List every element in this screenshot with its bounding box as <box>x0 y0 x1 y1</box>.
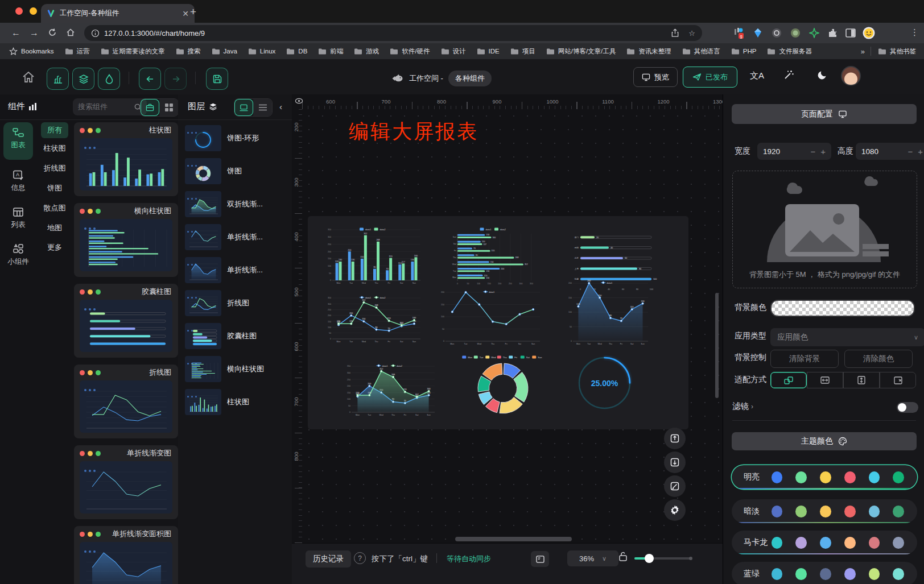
grid-view-button[interactable] <box>159 99 178 116</box>
width-stepper[interactable]: 1920 − + <box>757 143 831 160</box>
theme-color-dot[interactable] <box>795 471 807 483</box>
bookmark-folder[interactable]: 项目 <box>510 47 535 56</box>
fit-fullscreen-button[interactable] <box>880 372 916 388</box>
clear-color-button[interactable]: 清除颜色 <box>844 350 913 368</box>
user-avatar[interactable] <box>841 66 861 86</box>
canvas-title-text[interactable]: 编辑大屏报表 <box>349 118 478 145</box>
save-button[interactable] <box>206 68 228 90</box>
canvas-line-chart[interactable]: 050100150200250300350MonTueWedThuFriSatS… <box>324 295 424 345</box>
profile-avatar-emoji[interactable] <box>863 27 873 37</box>
layer-item[interactable]: 单折线渐... <box>185 256 287 284</box>
theme-color-dot[interactable] <box>820 506 831 517</box>
bookmark-folder[interactable]: 近期需要读的文章 <box>101 47 165 56</box>
component-card[interactable]: 单折线渐变面积图 <box>74 526 178 584</box>
fit-scale-button[interactable] <box>770 372 807 388</box>
layers-tool-button[interactable] <box>72 68 94 90</box>
extension-dark-circle-icon[interactable] <box>772 28 782 38</box>
theme-row-2[interactable]: 暗淡 <box>732 499 917 523</box>
canvas-bar-chart[interactable]: 050100150200250300350MonTueWedThuFriSatS… <box>324 226 424 286</box>
canvas-horizontal-bar-chart[interactable]: 050100150200250300350data1data2Mon120130… <box>448 226 541 286</box>
bookmark-folder[interactable]: 运营 <box>65 47 90 56</box>
category-2[interactable]: 折线图 <box>38 163 72 173</box>
reload-icon[interactable] <box>48 28 57 37</box>
bookmark-folder[interactable]: 前端 <box>318 47 343 56</box>
bookmark-star-icon[interactable]: ☆ <box>688 29 695 38</box>
export-button[interactable] <box>664 428 686 449</box>
publish-button[interactable]: 已发布 <box>683 67 737 88</box>
sidebar-tab-table[interactable]: 列表 <box>3 202 33 230</box>
history-button[interactable]: 历史记录 <box>306 550 351 568</box>
theme-color-dot[interactable] <box>893 568 904 580</box>
bookmark-folder[interactable]: 文件服务器 <box>767 47 812 56</box>
theme-color-dot[interactable] <box>893 506 904 517</box>
fit-height-button[interactable] <box>843 372 880 388</box>
component-card[interactable]: 横向柱状图 <box>74 203 178 277</box>
url-bar[interactable]: 127.0.0.1:3000/#/chart/home/9 ☆ <box>84 25 702 41</box>
list-view-button[interactable] <box>253 99 272 116</box>
layer-item[interactable]: 横向柱状图 <box>185 355 287 383</box>
forward-icon[interactable]: → <box>30 27 39 39</box>
increment-icon[interactable]: + <box>820 147 826 156</box>
canvas-donut-chart[interactable]: MonTueWedThuFriSatSun <box>457 354 549 415</box>
zoom-select[interactable]: 36%∨ <box>567 550 618 566</box>
bookmark-folder[interactable]: PHP <box>731 48 757 55</box>
layer-item[interactable]: 折线图 <box>185 289 287 317</box>
theme-color-dot[interactable] <box>795 537 807 549</box>
bookmark-folder[interactable]: 游戏 <box>354 47 379 56</box>
theme-color-dot[interactable] <box>820 537 831 549</box>
theme-row-3[interactable]: 马卡龙 <box>732 531 917 554</box>
magic-wand-icon[interactable] <box>783 69 794 80</box>
artboard[interactable]: 050100150200250300350MonTueWedThuFriSatS… <box>308 216 688 429</box>
theme-color-dot[interactable] <box>869 568 880 580</box>
component-card[interactable]: 柱状图 <box>74 122 178 196</box>
category-6[interactable]: 更多 <box>38 242 72 252</box>
category-1[interactable]: 柱状图 <box>38 143 72 154</box>
theme-color-dot[interactable] <box>772 506 783 517</box>
fit-width-button[interactable] <box>807 372 843 388</box>
canvas-double-area-chart[interactable]: 050100150200250300350MonTueWedThuFriSatS… <box>344 363 438 418</box>
language-translate-icon[interactable]: 文A <box>750 71 764 81</box>
site-info-icon[interactable] <box>91 29 100 38</box>
increment-icon[interactable]: + <box>918 147 923 156</box>
zoom-slider[interactable] <box>634 557 691 560</box>
window-minimize-button[interactable] <box>30 7 37 15</box>
layer-item[interactable]: 饼图-环形 <box>185 124 287 152</box>
workspace-name-pill[interactable]: 各种组件 <box>448 71 492 86</box>
theme-color-dot[interactable] <box>844 537 856 549</box>
browser-tab[interactable]: 工作空间-各种组件 ✕ <box>41 4 195 23</box>
editor-canvas[interactable]: 编辑大屏报表 050100150200250300350MonTueWedThu… <box>292 94 723 584</box>
category-4[interactable]: 散点图 <box>38 203 72 213</box>
collapse-panel-chevron[interactable]: ‹ <box>279 102 282 111</box>
toolbox-view-button[interactable] <box>141 99 159 116</box>
theme-color-dot[interactable] <box>820 471 831 483</box>
redo-button[interactable] <box>164 68 187 90</box>
theme-color-dot[interactable] <box>869 471 880 483</box>
browser-menu-icon[interactable]: ⋮ <box>910 27 919 38</box>
layer-item[interactable]: 双折线渐... <box>185 190 287 218</box>
theme-color-dot[interactable] <box>795 568 807 580</box>
layer-item[interactable]: 胶囊柱图 <box>185 322 287 350</box>
settings-gear-button[interactable] <box>664 499 686 521</box>
window-close-button[interactable] <box>15 7 23 15</box>
sidebar-tab-info[interactable]: A信息 <box>3 165 33 193</box>
bookmark-folder[interactable]: 资讯未整理 <box>626 47 671 56</box>
theme-color-dot[interactable] <box>869 537 880 549</box>
theme-color-dot[interactable] <box>820 568 831 580</box>
component-card[interactable]: 单折线渐变图 <box>74 445 178 519</box>
theme-color-dot[interactable] <box>844 471 856 483</box>
layer-item[interactable]: 饼图 <box>185 157 287 185</box>
sidepanel-icon[interactable] <box>845 28 856 38</box>
theme-color-dot[interactable] <box>893 471 904 483</box>
extension-olive-circle-icon[interactable] <box>790 28 801 38</box>
share-icon[interactable] <box>671 28 679 38</box>
home-nav-icon[interactable] <box>22 71 35 84</box>
bookmark-folder[interactable]: 软件/硬件 <box>390 47 430 56</box>
layer-item[interactable]: 柱状图 <box>185 388 287 416</box>
import-button[interactable] <box>664 452 686 473</box>
preview-button[interactable]: 预览 <box>633 67 678 87</box>
canvas-gradient-line-chart[interactable]: 050100150200MonTueWedThuFriSatSundata1 <box>438 289 543 347</box>
layer-item[interactable]: 单折线渐... <box>185 223 287 251</box>
vertical-scrollbar[interactable] <box>715 293 719 398</box>
canvas-gradient-area-chart[interactable]: 050100150200MonTueWedThuFriSatSundata112… <box>565 280 651 347</box>
height-value[interactable]: 1080 <box>861 147 902 156</box>
